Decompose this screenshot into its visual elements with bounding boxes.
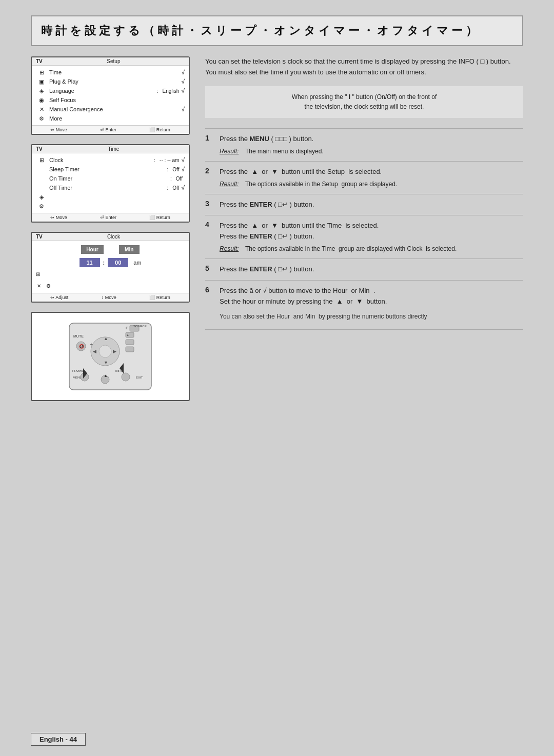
time-icon: ⊞: [36, 69, 47, 76]
step-4-num: 4: [205, 221, 214, 229]
time-screen-body: ⊞ Clock : -- : -- am √ Sleep Timer : Off…: [32, 153, 189, 213]
step-3: 3 Press the ENTER ( □↵ ) button.: [205, 194, 523, 215]
clock-screen-header: TV Clock: [32, 233, 189, 241]
svg-text:▶: ▶: [113, 349, 116, 354]
tv-icon2: ◈: [36, 194, 47, 201]
step-4-result: Result: The options available in the Tim…: [205, 244, 523, 253]
time-row-icon2: ◈: [32, 192, 189, 202]
step-3-text: Press the ENTER ( □↵ ) button.: [220, 200, 523, 210]
remote-svg: P SOURCE MUTE ▲ ▼ ◀ ▶ 🔇: [59, 318, 162, 395]
setup-screen-header: TV Setup: [32, 57, 189, 66]
intro-text: You can set the television s clock so th…: [205, 56, 523, 78]
svg-point-6: [99, 345, 111, 357]
tv-icon3: ⚙: [36, 203, 47, 210]
step-6-text: Press the ā or √ button to move to the H…: [220, 286, 523, 307]
setup-row-convergence: ✕ Manual Convergence √: [32, 105, 189, 114]
hour-value: 11: [80, 258, 100, 267]
setup-row-more: ⚙ More: [32, 114, 189, 123]
svg-text:▼: ▼: [104, 360, 108, 365]
step-2-text: Press the ▲ or ▼ button until the Setup …: [220, 167, 523, 177]
svg-text:▲: ▲: [104, 373, 108, 378]
title-bar: 時計を設定する（時計・スリープ・オンタイマー・オフタイマー）: [31, 15, 523, 46]
clock-col-headers: Hour Min: [36, 245, 185, 254]
clock-icons-row: ⊞: [36, 271, 185, 277]
svg-text:+: +: [90, 342, 93, 347]
step-1: 1 Press the MENU ( □□□ ) button. Result:…: [205, 128, 523, 161]
svg-text:▲: ▲: [104, 336, 108, 341]
svg-text:TTX/MIX: TTX/MIX: [72, 369, 84, 372]
setup-screen-body: ⊞ Time √ ▣ Plug & Play √ ◈ Language : En…: [32, 66, 189, 125]
time-row-clock: ⊞ Clock : -- : -- am √: [32, 155, 189, 165]
clock-extra-icons: ✕ ⚙: [36, 283, 185, 289]
svg-rect-16: [126, 340, 134, 345]
time-row-on: On Timer : Off: [32, 174, 189, 183]
step-5-num: 5: [205, 264, 214, 272]
step-2-result: Result: The options available in the Set…: [205, 180, 523, 189]
setup-row-time: ⊞ Time √: [32, 68, 189, 77]
clock-tv-icon: ⊞: [36, 157, 47, 164]
right-column: You can set the television s clock so th…: [205, 56, 523, 401]
clock-icon-check: ✕: [37, 283, 41, 289]
step-3-num: 3: [205, 200, 214, 208]
left-column: TV Setup ⊞ Time √ ▣ Plug & Play √: [31, 56, 190, 401]
step-4-text: Press the ▲ or ▼ button until the Time i…: [220, 221, 523, 242]
setup-tv-label: TV: [36, 58, 43, 64]
setup-screen: TV Setup ⊞ Time √ ▣ Plug & Play √: [31, 56, 190, 135]
hour-header: Hour: [81, 245, 103, 254]
setup-footer: ⇔ Move ⏎ Enter ⬜ Return: [32, 125, 189, 134]
step-5-text: Press the ENTER ( □↵ ) button.: [220, 264, 523, 275]
svg-point-24: [122, 373, 130, 381]
step-5: 5 Press the ENTER ( □↵ ) button.: [205, 258, 523, 280]
page: 時計を設定する（時計・スリープ・オンタイマー・オフタイマー） TV Setup …: [0, 0, 554, 756]
svg-text:SOURCE: SOURCE: [133, 325, 147, 328]
time-row-icon3: ⚙: [32, 202, 189, 211]
time-screen-header: TV Time: [32, 145, 189, 153]
plug-icon: ▣: [36, 78, 47, 85]
clock-screen: TV Clock Hour Min 11 : 00 am: [31, 232, 190, 303]
time-screen: TV Time ⊞ Clock : -- : -- am √ Sleep Tim…: [31, 144, 190, 223]
steps-list: 1 Press the MENU ( □□□ ) button. Result:…: [205, 128, 523, 330]
main-content: TV Setup ⊞ Time √ ▣ Plug & Play √: [31, 56, 523, 401]
time-footer: ⇔ Move ⏎ Enter ⬜ Return: [32, 213, 189, 222]
svg-text:↵: ↵: [127, 333, 130, 337]
svg-text:EXIT: EXIT: [136, 376, 143, 379]
footer-text: English - 44: [31, 733, 86, 746]
setup-row-language: ◈ Language : English √: [32, 86, 189, 95]
setup-title: Setup: [43, 58, 185, 64]
page-title: 時計を設定する（時計・スリープ・オンタイマー・オフタイマー）: [41, 23, 480, 38]
step-6-note: You can also set the Hour and Min by pre…: [205, 309, 523, 324]
svg-text:🔇: 🔇: [79, 344, 84, 349]
svg-text:MUTE: MUTE: [73, 334, 84, 338]
note-box: When pressing the " I " button (On/Off) …: [205, 86, 523, 118]
time-row-sleep: Sleep Timer : Off √: [32, 165, 189, 174]
time-row-off: Off Timer : Off √: [32, 183, 189, 192]
step-4: 4 Press the ▲ or ▼ button until the Time…: [205, 215, 523, 258]
step-6-num: 6: [205, 286, 214, 294]
clock-icon-gear: ⚙: [46, 283, 51, 289]
svg-text:◀: ◀: [93, 349, 96, 354]
selffocus-icon: ◉: [36, 97, 47, 104]
step-1-text: Press the MENU ( □□□ ) button.: [220, 134, 523, 145]
step-2: 2 Press the ▲ or ▼ button until the Setu…: [205, 161, 523, 194]
setup-row-selffocus: ◉ Self Focus: [32, 95, 189, 105]
min-value: 00: [108, 258, 128, 267]
min-header: Min: [119, 245, 140, 254]
step-2-num: 2: [205, 167, 214, 175]
remote-area: P SOURCE MUTE ▲ ▼ ◀ ▶ 🔇: [31, 312, 190, 401]
clock-input-row: 11 : 00 am: [80, 258, 142, 267]
step-1-result: Result: The main menu is displayed.: [205, 147, 523, 156]
clock-screen-body: Hour Min 11 : 00 am ⊞ ✕: [32, 241, 189, 293]
svg-text:P: P: [126, 326, 128, 330]
more-icon: ⚙: [36, 115, 47, 122]
step-6: 6 Press the ā or √ button to move to the…: [205, 280, 523, 330]
setup-row-plug: ▣ Plug & Play √: [32, 77, 189, 86]
svg-rect-17: [126, 347, 134, 352]
clock-footer: ⇔ Adjust ↕ Move ⬜ Return: [32, 293, 189, 302]
convergence-icon: ✕: [36, 106, 47, 113]
clock-tv-icon-left: ⊞: [36, 271, 40, 277]
language-icon: ◈: [36, 88, 47, 94]
footer: English - 44: [0, 723, 554, 756]
step-1-num: 1: [205, 134, 214, 142]
